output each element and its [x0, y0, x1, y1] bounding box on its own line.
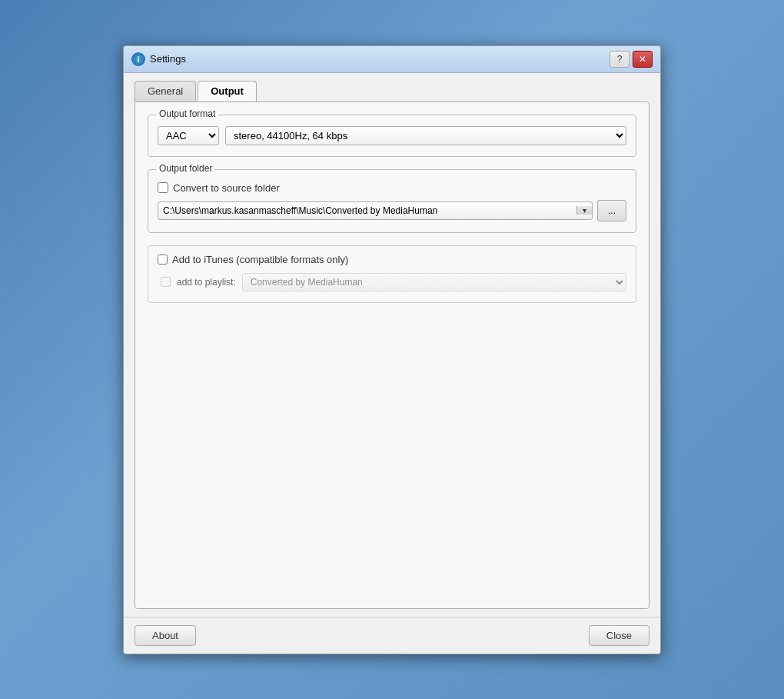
- dialog-footer: About Close: [124, 617, 660, 654]
- help-button[interactable]: ?: [610, 51, 630, 68]
- format-select[interactable]: AAC MP3 FLAC WAV OGG: [158, 126, 219, 145]
- tabs: General Output: [135, 81, 649, 102]
- itunes-group: Add to iTunes (compatible formats only) …: [148, 245, 636, 303]
- tab-output-content: Output format AAC MP3 FLAC WAV OGG stere…: [135, 102, 649, 609]
- close-button[interactable]: Close: [589, 625, 649, 646]
- format-row: AAC MP3 FLAC WAV OGG stereo, 44100Hz, 64…: [158, 126, 626, 145]
- folder-row: ▾ ...: [158, 200, 626, 221]
- about-button[interactable]: About: [135, 625, 196, 646]
- close-window-button[interactable]: ✕: [633, 51, 653, 68]
- itunes-header: Add to iTunes (compatible formats only): [158, 254, 626, 265]
- output-folder-label: Output folder: [156, 163, 215, 174]
- tab-general[interactable]: General: [135, 81, 196, 102]
- convert-to-source-row: Convert to source folder: [158, 182, 626, 194]
- folder-input-wrap: ▾: [158, 201, 593, 220]
- output-format-label: Output format: [156, 108, 218, 119]
- itunes-checkbox[interactable]: [158, 255, 168, 265]
- convert-to-source-label: Convert to source folder: [173, 182, 280, 194]
- window-title: Settings: [150, 53, 186, 65]
- output-folder-group: Output folder Convert to source folder ▾…: [148, 169, 636, 233]
- dialog-body: General Output Output format AAC MP3 FLA…: [124, 73, 660, 617]
- quality-select[interactable]: stereo, 44100Hz, 64 kbps stereo, 44100Hz…: [225, 126, 626, 145]
- title-bar: i Settings ? ✕: [124, 46, 660, 73]
- settings-dialog: i Settings ? ✕ General Output Output for…: [123, 45, 661, 654]
- convert-to-source-checkbox[interactable]: [158, 182, 168, 193]
- folder-path-input[interactable]: [158, 202, 576, 219]
- app-icon: i: [131, 52, 145, 66]
- title-bar-left: i Settings: [131, 52, 186, 66]
- browse-button[interactable]: ...: [597, 200, 626, 221]
- tab-output[interactable]: Output: [198, 81, 257, 102]
- folder-dropdown-button[interactable]: ▾: [576, 206, 592, 215]
- add-to-playlist-checkbox[interactable]: [161, 277, 171, 287]
- playlist-select[interactable]: Converted by MediaHuman: [242, 273, 626, 291]
- playlist-row: add to playlist: Converted by MediaHuman: [158, 273, 626, 291]
- title-bar-controls: ? ✕: [610, 51, 653, 68]
- itunes-label: Add to iTunes (compatible formats only): [172, 254, 348, 265]
- playlist-label: add to playlist:: [177, 277, 236, 288]
- output-format-group: Output format AAC MP3 FLAC WAV OGG stere…: [148, 115, 636, 157]
